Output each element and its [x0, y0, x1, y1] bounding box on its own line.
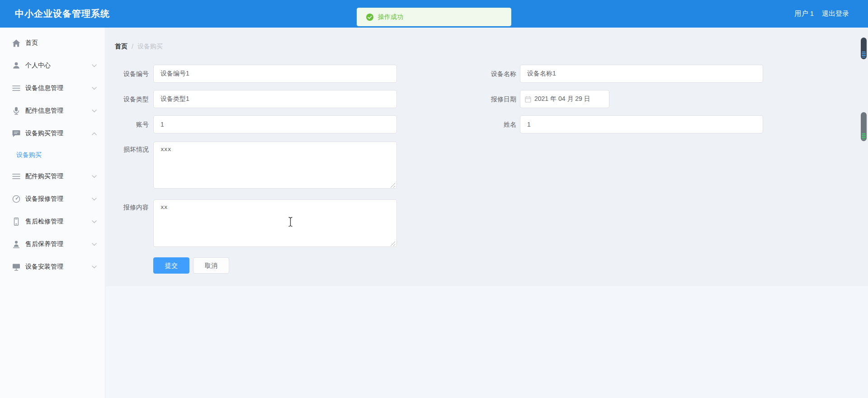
device-code-label: 设备编号: [106, 65, 149, 83]
sidebar-item-label: 配件信息管理: [25, 107, 98, 115]
sidebar-item-label: 设备安装管理: [25, 263, 98, 271]
sidebar-subitem-device-purchase[interactable]: 设备购买: [0, 145, 105, 165]
toast-message: 操作成功: [378, 13, 403, 21]
submit-button[interactable]: 提交: [153, 257, 189, 274]
chevron-up-icon: [92, 132, 97, 135]
repair-date-label: 报修日期: [417, 90, 516, 108]
chevron-down-icon: [92, 109, 97, 113]
list-icon: [12, 172, 20, 180]
scrollbar-stripes-green: [862, 133, 866, 139]
success-toast: 操作成功: [357, 8, 511, 26]
breadcrumb: 首页 / 设备购买: [115, 43, 163, 51]
repair-content-textarea-wrap: xx: [153, 199, 397, 247]
main-content: 首页 / 设备购买 设备编号 设备名称 设备类型 报修日期 账号 姓名 损坏情况…: [106, 28, 868, 398]
device-name-label: 设备名称: [417, 65, 516, 83]
chevron-down-icon: [92, 265, 97, 269]
sidebar-item-install-mgmt[interactable]: 设备安装管理: [0, 256, 105, 278]
cancel-button[interactable]: 取消: [193, 257, 229, 274]
sidebar-item-parts-info[interactable]: 配件信息管理: [0, 100, 105, 122]
sidebar-item-aftersale-maintain[interactable]: 售后保养管理: [0, 233, 105, 256]
sidebar-subitem-label: 设备购买: [16, 151, 42, 159]
breadcrumb-current: 设备购买: [137, 43, 163, 51]
device-type-input[interactable]: [153, 90, 397, 108]
sidebar-item-label: 个人中心: [25, 62, 98, 70]
name-label: 姓名: [417, 115, 516, 133]
sidebar: 首页 个人中心 设备信息管理 配件信息管理 设备购买管理 设备购买: [0, 28, 105, 398]
damage-label: 损坏情况: [106, 142, 149, 154]
sidebar-item-label: 售后检修管理: [25, 218, 98, 226]
chevron-down-icon: [92, 64, 97, 67]
chevron-down-icon: [92, 243, 97, 246]
sidebar-item-label: 售后保养管理: [25, 240, 98, 248]
breadcrumb-home-link[interactable]: 首页: [115, 43, 127, 51]
sidebar-item-repair-mgmt[interactable]: 设备报修管理: [0, 188, 105, 210]
calendar-icon: [525, 96, 531, 103]
user-icon: [12, 62, 20, 70]
repair-date-input[interactable]: [534, 95, 605, 103]
chevron-down-icon: [92, 198, 97, 201]
device-type-label: 设备类型: [106, 90, 149, 108]
sidebar-item-aftersale-inspect[interactable]: 售后检修管理: [0, 210, 105, 233]
device-name-input[interactable]: [520, 65, 763, 83]
microphone-icon: [12, 107, 20, 115]
check-circle-icon: [366, 14, 373, 21]
scrollbar-stripes-blue: [862, 52, 866, 57]
header-right: 用户 1 退出登录: [794, 0, 849, 28]
sidebar-item-device-info[interactable]: 设备信息管理: [0, 77, 105, 100]
sidebar-item-label: 设备报修管理: [25, 195, 98, 203]
sidebar-item-label: 设备购买管理: [25, 129, 98, 137]
home-icon: [12, 39, 20, 47]
sidebar-item-label: 配件购买管理: [25, 172, 98, 180]
repair-content-textarea[interactable]: xx: [154, 200, 396, 246]
device-code-input[interactable]: [153, 65, 397, 83]
sidebar-item-device-purchase-mgmt[interactable]: 设备购买管理: [0, 122, 105, 145]
app-title: 中小企业设备管理系统: [15, 0, 110, 28]
chevron-down-icon: [92, 87, 97, 90]
sidebar-item-label: 首页: [25, 39, 98, 47]
repair-content-label: 报修内容: [106, 199, 149, 212]
account-input[interactable]: [153, 115, 397, 133]
person-icon: [12, 240, 20, 248]
chevron-down-icon: [92, 220, 97, 223]
current-user-label: 用户 1: [794, 9, 814, 18]
scrollbar-thumb-top[interactable]: [861, 38, 867, 59]
scrollbar-thumb-bottom[interactable]: [861, 112, 867, 141]
logout-link[interactable]: 退出登录: [822, 9, 849, 18]
damage-textarea[interactable]: xxx: [154, 142, 396, 188]
sidebar-item-home[interactable]: 首页: [0, 32, 105, 54]
sidebar-item-profile[interactable]: 个人中心: [0, 54, 105, 77]
list-icon: [12, 84, 20, 92]
repair-date-picker[interactable]: [520, 90, 609, 108]
sidebar-item-parts-purchase-mgmt[interactable]: 配件购买管理: [0, 165, 105, 188]
damage-textarea-wrap: xxx: [153, 142, 397, 189]
sidebar-item-label: 设备信息管理: [25, 84, 98, 92]
breadcrumb-separator: /: [132, 43, 133, 50]
account-label: 账号: [106, 115, 149, 133]
gauge-icon: [12, 195, 20, 203]
chat-icon: [12, 129, 20, 137]
chevron-down-icon: [92, 175, 97, 178]
phone-icon: [12, 218, 20, 226]
monitor-icon: [12, 263, 20, 271]
name-input[interactable]: [520, 115, 763, 133]
